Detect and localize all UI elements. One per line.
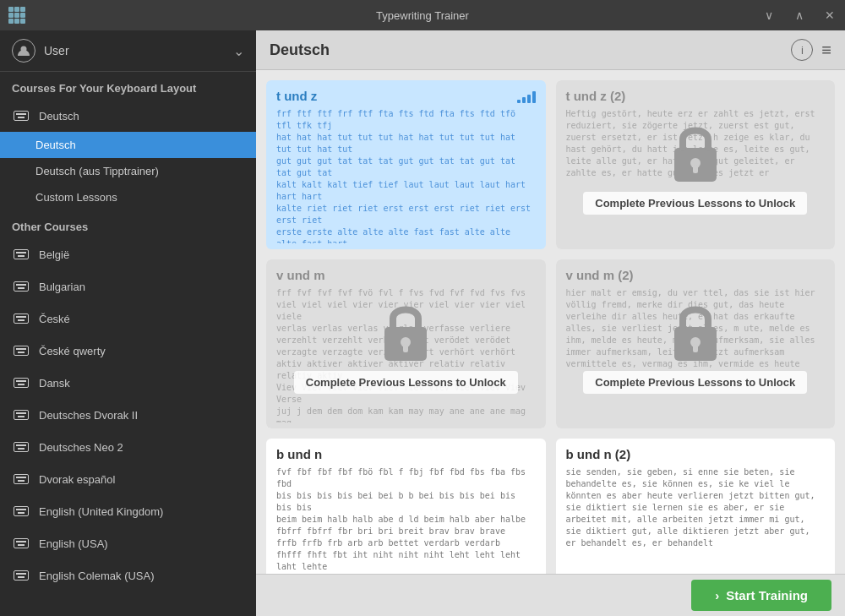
start-training-button[interactable]: › Start Training (691, 580, 831, 611)
lock-message: Complete Previous Lessons to Unlock (583, 371, 807, 394)
close-button[interactable]: ✕ (815, 0, 845, 30)
keyboard-icon (12, 438, 30, 456)
svg-rect-6 (403, 344, 408, 352)
card-text: fvf fbf fbf fbf fbö fbl f fbj fbf fbd fb… (266, 466, 546, 574)
start-training-label: Start Training (726, 588, 808, 602)
sidebar-item-label: Deutsch (39, 110, 244, 123)
signal-bar-3 (527, 95, 531, 103)
lock-overlay: Complete Previous Lessons to Unlock (556, 259, 836, 428)
app-icon (8, 7, 25, 24)
sidebar-item-deutsch-parent[interactable]: Deutsch (0, 100, 256, 132)
keyboard-icon (12, 309, 30, 328)
sidebar-item-label: Deutsches Dvorak II (39, 409, 244, 422)
card-t-und-z-2[interactable]: t und z (2) Heftig gestört, heute erz er… (556, 80, 836, 249)
sidebar-item-deutsches-neo[interactable]: Deutsches Neo 2 (0, 431, 256, 463)
lock-icon (662, 116, 729, 192)
chevron-down-icon: ⌄ (233, 43, 244, 59)
card-title: b und n (2) (566, 447, 631, 461)
card-text: sie senden, sie geben, si enne sie beten… (556, 466, 836, 558)
keyboard-icon (12, 566, 30, 585)
sidebar-item-label: Bulgarian (39, 281, 244, 293)
menu-button[interactable]: ≡ (821, 41, 831, 58)
maximize-button[interactable]: ∧ (784, 0, 815, 30)
lock-message: Complete Previous Lessons to Unlock (294, 371, 518, 394)
sidebar: User ⌄ Courses For Your Keyboard Layout … (0, 30, 256, 616)
sidebar-item-label: English (USA) (39, 537, 244, 550)
keyboard-icon (12, 373, 30, 392)
bottom-bar: › Start Training (256, 574, 845, 616)
card-title: t und z (276, 89, 317, 103)
sidebar-item-label: Dansk (39, 377, 244, 390)
card-header: b und n (2) (556, 439, 836, 466)
window-controls[interactable]: ∨ ∧ ✕ (754, 0, 845, 30)
card-b-und-n[interactable]: b und n fvf fbf fbf fbf fbö fbl f fbj fb… (266, 439, 546, 574)
user-icon (12, 39, 35, 63)
content-title: Deutsch (270, 41, 782, 59)
titlebar: Typewriting Trainer ∨ ∧ ✕ (0, 0, 845, 30)
svg-rect-9 (693, 344, 698, 352)
other-courses-section: Other Courses (0, 210, 256, 238)
sidebar-item-bulgarian[interactable]: Bulgarian (0, 270, 256, 303)
keyboard-icon (12, 534, 30, 553)
cards-grid: t und z frf ftf ftf frf ftf fta fts ftd … (256, 70, 845, 574)
signal-bar-2 (522, 97, 526, 103)
signal-bar-4 (532, 91, 536, 103)
info-button[interactable]: i (791, 39, 813, 61)
keyboard-courses-section: Courses For Your Keyboard Layout (0, 72, 256, 100)
user-name: User (44, 44, 233, 57)
content-header: Deutsch i ≡ (256, 30, 845, 70)
sidebar-item-custom[interactable]: Custom Lessons (0, 184, 256, 210)
sidebar-item-label: České (39, 313, 244, 325)
keyboard-icon (12, 406, 30, 424)
sidebar-item-ceske-qwerty[interactable]: České qwerty (0, 335, 256, 367)
keyboard-icon (12, 502, 30, 521)
sidebar-item-belgie[interactable]: België (0, 238, 256, 270)
sidebar-item-label: Dvorak español (39, 473, 244, 486)
card-title: b und n (276, 447, 322, 461)
card-b-und-n-2[interactable]: b und n (2) sie senden, sie geben, si en… (556, 439, 836, 574)
lock-icon (662, 295, 729, 371)
keyboard-icon (12, 245, 30, 264)
sidebar-item-deutsches-dvorak[interactable]: Deutsches Dvorak II (0, 399, 256, 431)
card-t-und-z[interactable]: t und z frf ftf ftf frf ftf fta fts ftd … (266, 80, 546, 249)
sidebar-item-label: České qwerty (39, 345, 244, 357)
window-title: Typewriting Trainer (376, 9, 469, 22)
lock-icon (372, 295, 439, 371)
sidebar-item-label: Deutsch (aus Tipptrainer) (35, 165, 244, 177)
sidebar-item-english-colemak[interactable]: English Colemak (USA) (0, 559, 256, 591)
signal-icon (517, 90, 536, 103)
card-text: frf ftf ftf frf ftf fta fts ftd fta fts … (266, 108, 546, 243)
user-profile[interactable]: User ⌄ (0, 30, 256, 72)
lock-overlay: Complete Previous Lessons to Unlock (556, 80, 836, 249)
signal-bar-1 (517, 100, 521, 103)
minimize-button[interactable]: ∨ (754, 0, 784, 30)
sidebar-item-label: English (United Kingdom) (39, 505, 244, 518)
main-layout: User ⌄ Courses For Your Keyboard Layout … (0, 30, 845, 616)
keyboard-icon (12, 341, 30, 360)
svg-rect-3 (693, 165, 698, 173)
sidebar-item-english-usa[interactable]: English (USA) (0, 527, 256, 559)
sidebar-item-label: English Colemak (USA) (39, 570, 244, 582)
card-v-und-m[interactable]: v und m frf fvf fvf fvf fvö fvl f fvs fv… (266, 259, 546, 428)
start-arrow-icon: › (715, 588, 719, 602)
sidebar-item-dvorak-espanol[interactable]: Dvorak español (0, 463, 256, 495)
sidebar-item-english-uk[interactable]: English (United Kingdom) (0, 495, 256, 527)
sidebar-item-label: Deutsches Neo 2 (39, 441, 244, 454)
sidebar-item-deutsch-active[interactable]: Deutsch (0, 132, 256, 158)
content-area: Deutsch i ≡ t und z frf f (256, 30, 845, 616)
sidebar-item-dansk[interactable]: Dansk (0, 367, 256, 399)
card-header: b und n (266, 439, 546, 466)
card-v-und-m-2[interactable]: v und m (2) hier malt er emsig, du ver t… (556, 259, 836, 428)
app-icon-area (8, 0, 25, 30)
lock-message: Complete Previous Lessons to Unlock (583, 192, 807, 215)
card-header: t und z (266, 80, 546, 108)
keyboard-icon (12, 470, 30, 488)
sidebar-item-label: Deutsch (35, 139, 244, 151)
lock-overlay: Complete Previous Lessons to Unlock (266, 259, 546, 428)
keyboard-icon (12, 106, 30, 125)
sidebar-item-ceske[interactable]: České (0, 303, 256, 335)
sidebar-item-label: Custom Lessons (35, 191, 244, 204)
sidebar-item-deutsch-tipp[interactable]: Deutsch (aus Tipptrainer) (0, 158, 256, 184)
sidebar-item-label: België (39, 248, 244, 261)
keyboard-icon (12, 277, 30, 296)
